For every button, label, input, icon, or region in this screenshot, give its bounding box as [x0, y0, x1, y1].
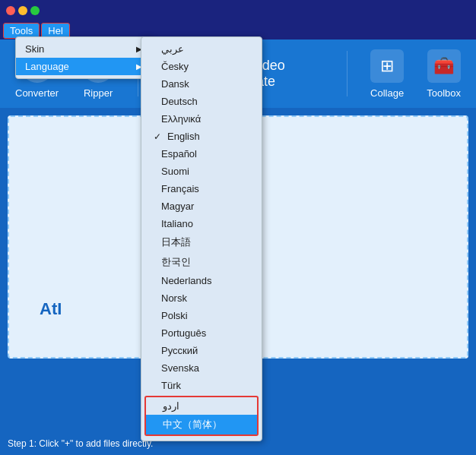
toolbar-separator-2 [347, 51, 347, 96]
toolbar-separator [138, 51, 138, 96]
close-button[interactable] [6, 6, 15, 15]
status-text: Step 1: Click "+" to add files directly. [8, 438, 153, 449]
highlight-box: اردو 中文（简体） [144, 396, 259, 436]
main-content: AtI [8, 115, 468, 359]
app-title-area: Any MP4 Mac Video Converter Ultimate [161, 58, 324, 90]
lang-chinese-simplified-label: 中文（简体） [163, 418, 222, 431]
toolbar-converter[interactable]: ↺ Converter [15, 49, 59, 99]
toolbar-collage[interactable]: ⊞ Collage [370, 49, 404, 99]
converter-icon: ↺ [21, 49, 54, 83]
toolbox-icon: 🧰 [427, 49, 461, 83]
menu-bar: Tools Hel [0, 21, 476, 39]
ati-text: AtI [40, 299, 62, 319]
lang-urdu-label: اردو [163, 400, 179, 412]
minimize-button[interactable] [18, 6, 27, 15]
lang-swedish-label: Svenska [161, 362, 199, 374]
lang-urdu[interactable]: اردو [146, 397, 257, 415]
lang-swedish[interactable]: Svenska [141, 359, 262, 377]
title-bar [0, 0, 476, 21]
status-bar: Step 1: Click "+" to add files directly. [0, 432, 476, 455]
maximize-button[interactable] [30, 6, 40, 15]
app-title: Any MP4 Mac Video Converter Ultimate [161, 58, 324, 90]
lang-turkish[interactable]: Türk [141, 377, 262, 394]
ripper-icon: ⊙ [81, 49, 115, 83]
ripper-label: Ripper [84, 87, 113, 99]
toolbox-label: Toolbox [427, 87, 461, 99]
collage-label: Collage [370, 87, 404, 99]
converter-label: Converter [15, 87, 59, 99]
app-container: Tools Hel ↺ Converter ⊙ Ripper Any MP4 M… [0, 0, 476, 455]
toolbar-ripper[interactable]: ⊙ Ripper [81, 49, 115, 99]
menu-tools[interactable]: Tools [3, 23, 40, 39]
toolbar-toolbox[interactable]: 🧰 Toolbox [427, 49, 461, 99]
toolbar: ↺ Converter ⊙ Ripper Any MP4 Mac Video C… [0, 39, 476, 108]
collage-icon: ⊞ [370, 49, 404, 83]
lang-turkish-label: Türk [161, 380, 181, 391]
menu-help[interactable]: Hel [41, 23, 70, 39]
